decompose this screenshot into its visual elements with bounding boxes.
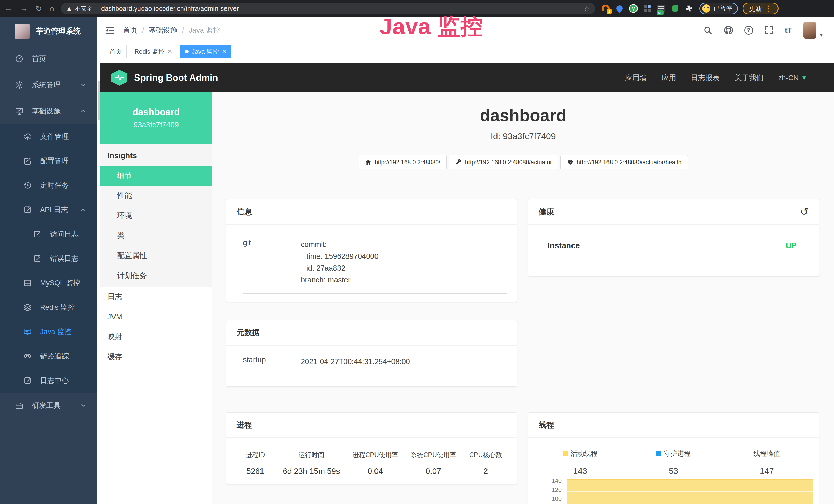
sidebar-item-file-manage[interactable]: 文件管理 — [0, 124, 97, 148]
sba-item-env[interactable]: 环境 — [100, 206, 212, 226]
legend-peak-threads: 线程峰值 — [753, 449, 780, 458]
sidebar-item-config-manage[interactable]: 配置管理 — [0, 148, 97, 173]
fullscreen-icon[interactable] — [764, 26, 774, 35]
extension-pin-icon[interactable] — [615, 4, 624, 13]
process-card: 进程 进程ID 运行时间 进程CPU使用率 系统CPU使用率 CPU核心数 52… — [226, 412, 517, 484]
sidebar-item-label: Java 监控 — [40, 327, 87, 337]
sba-item-logs[interactable]: 日志 — [100, 287, 212, 307]
sba-item-metrics[interactable]: 性能 — [100, 186, 212, 206]
extension-leaf-icon[interactable] — [670, 4, 680, 13]
user-menu[interactable]: ▾ — [804, 22, 823, 39]
sba-item-jvm[interactable]: JVM — [100, 307, 212, 327]
chrome-update-button[interactable]: 更新 ⋮ — [743, 3, 778, 15]
sba-locale-select[interactable]: zh-CN ▼ — [778, 74, 807, 82]
tab-redis-monitor[interactable]: Redis 监控 ✕ — [130, 45, 177, 58]
sba-item-scheduled-tasks[interactable]: 计划任务 — [100, 266, 212, 286]
spring-boot-admin-logo-icon — [111, 70, 127, 86]
live-threads-value: 143 — [533, 466, 627, 476]
sidebar-item-label: Redis 监控 — [40, 302, 87, 312]
sidebar-item-system[interactable]: 系统管理 — [0, 72, 97, 98]
sba-nav-applications[interactable]: 应用 — [662, 73, 676, 83]
sidebar-item-infra[interactable]: 基础设施 — [0, 98, 97, 124]
sidebar-item-home[interactable]: 首页 — [0, 46, 97, 72]
sba-item-config-props[interactable]: 配置属性 — [100, 246, 212, 266]
extension-colorzilla-icon[interactable]: 1 — [601, 4, 611, 13]
sba-instance-header[interactable]: dashboard 93a3fc7f7409 — [100, 92, 212, 143]
sidebar-item-redis-monitor[interactable]: Redis 监控 — [0, 295, 97, 319]
sba-item-caches[interactable]: 缓存 — [100, 347, 212, 367]
help-icon[interactable]: ? — [744, 26, 753, 35]
browser-menu-dots-icon[interactable]: ⋮ — [764, 4, 772, 13]
extension-grid-icon[interactable] — [642, 4, 652, 13]
sba-item-details[interactable]: 细节 — [100, 166, 212, 186]
service-url-button[interactable]: http://192.168.0.2:48080/ — [358, 155, 447, 169]
metadata-card: 元数据 startup 2021-04-27T00:44:31.254+08:0… — [226, 320, 517, 387]
app-logo-row[interactable]: 芋道管理系统 — [0, 17, 97, 46]
heartbeat-icon — [567, 159, 574, 166]
search-icon[interactable] — [703, 26, 712, 35]
bookmark-star-icon[interactable]: ☆ — [584, 4, 590, 13]
history-icon[interactable]: ↺ — [800, 207, 808, 217]
sba-item-mappings[interactable]: 映射 — [100, 327, 212, 347]
y-tick-label: 120 — [543, 486, 562, 494]
hamburger-icon[interactable] — [105, 25, 115, 36]
github-icon[interactable] — [724, 26, 733, 35]
sba-nav-journal[interactable]: 日志报表 — [691, 73, 720, 83]
sidebar-item-java-monitor[interactable]: Java 监控 — [0, 319, 97, 344]
back-icon[interactable]: ← — [5, 4, 12, 13]
address-bar[interactable]: ▲ 不安全 dashboard.yudao.iocoder.cn/infra/a… — [61, 3, 595, 15]
home-icon[interactable]: ⌂ — [49, 4, 54, 13]
process-card-body: 进程ID 运行时间 进程CPU使用率 系统CPU使用率 CPU核心数 5261 … — [226, 438, 517, 476]
extensions-puzzle-icon[interactable] — [684, 4, 694, 13]
actuator-url-button[interactable]: http://192.168.0.2:48080/actuator — [449, 155, 558, 169]
java-monitor-icon — [23, 327, 34, 336]
close-icon[interactable]: ✕ — [168, 48, 172, 55]
row-divider — [243, 378, 507, 378]
tab-java-monitor[interactable]: Java 监控 ✕ — [180, 45, 232, 58]
sidebar-item-label: API 日志 — [40, 205, 80, 215]
reload-icon[interactable]: ↻ — [36, 4, 42, 13]
sidebar-item-label: 系统管理 — [32, 80, 80, 90]
sba-item-classes[interactable]: 类 — [100, 226, 212, 246]
sba-nav-wallboard[interactable]: 应用墙 — [625, 73, 647, 83]
forward-icon[interactable]: → — [20, 4, 28, 13]
card-title: 健康 — [539, 207, 554, 217]
health-url-button[interactable]: http://192.168.0.2:48080/actuator/health — [561, 155, 688, 169]
health-instance-label: Instance — [548, 241, 580, 250]
sidebar-item-log-center[interactable]: 日志中心 — [0, 368, 97, 393]
column-header: 进程CPU使用率 — [346, 451, 404, 459]
sidebar-item-label: 研发工具 — [32, 401, 80, 411]
sidebar-item-error-log[interactable]: 错误日志 — [0, 246, 97, 271]
tab-home[interactable]: 首页 — [105, 45, 127, 58]
sidebar-item-scheduled-job[interactable]: 定时任务 — [0, 173, 97, 198]
log-edit-icon — [23, 376, 34, 385]
sba-nav-about[interactable]: 关于我们 — [734, 73, 763, 83]
gear-icon — [15, 81, 25, 89]
sidebar-item-label: 配置管理 — [40, 156, 87, 166]
cpu-cores-value: 2 — [462, 467, 509, 476]
font-size-icon[interactable]: tT — [785, 26, 792, 35]
security-chip[interactable]: ▲ 不安全 — [66, 5, 92, 13]
sidebar-item-mysql-monitor[interactable]: MySQL 监控 — [0, 271, 97, 295]
profile-paused-chip[interactable]: 已暂停 — [699, 3, 738, 15]
health-url-label: http://192.168.0.2:48080/actuator/health — [577, 159, 681, 166]
caret-down-icon: ▾ — [820, 32, 823, 39]
info-card-body: git commit: time: 1596289704000 id: 27aa… — [226, 225, 517, 294]
sidebar-item-access-log[interactable]: 访问日志 — [0, 222, 97, 246]
health-row[interactable]: Instance UP — [548, 241, 797, 250]
puzzle-icon — [685, 5, 693, 12]
profile-avatar-emoji — [702, 4, 710, 13]
extension-switch-icon[interactable]: on — [656, 4, 666, 13]
dashboard-gauge-icon — [15, 54, 25, 63]
extension-y-icon[interactable]: y — [629, 4, 638, 13]
sidebar-item-label: 错误日志 — [50, 254, 87, 264]
tab-label: Java 监控 — [192, 47, 219, 56]
breadcrumb-home[interactable]: 首页 — [123, 25, 137, 35]
sidebar-item-trace[interactable]: 链路追踪 — [0, 344, 97, 368]
breadcrumb-infra[interactable]: 基础设施 — [149, 25, 177, 35]
sidebar-item-dev-tools[interactable]: 研发工具 — [0, 393, 97, 419]
close-icon[interactable]: ✕ — [222, 48, 226, 55]
url-text[interactable]: dashboard.yudao.iocoder.cn/infra/admin-s… — [101, 5, 584, 12]
sidebar-item-api-log[interactable]: API 日志 — [0, 198, 97, 222]
navbar-actions: ? tT ▾ — [703, 22, 834, 39]
